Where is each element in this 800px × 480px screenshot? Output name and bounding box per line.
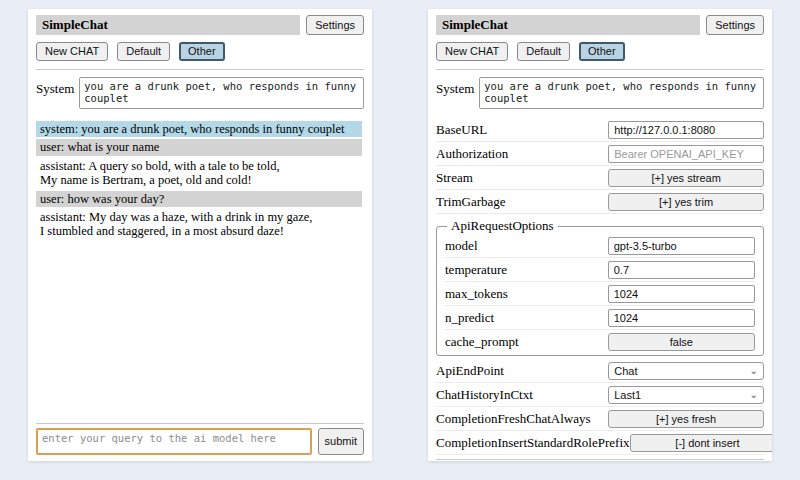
system-prompt-input[interactable]: you are a drunk poet, who responds in fu… [479,77,764,109]
apiendpoint-label: ApiEndPoint [436,363,608,379]
setting-row-n-predict: n_predict [445,306,755,330]
chat-panel: SimpleChat Settings New CHAT Default Oth… [28,9,372,461]
settings-panel: SimpleChat Settings New CHAT Default Oth… [428,9,772,461]
submit-button[interactable]: submit [318,428,364,455]
completioninsertstandardroleprefix-label: CompletionInsertStandardRolePrefix [436,435,630,451]
settings-button[interactable]: Settings [706,15,764,35]
n-predict-label: n_predict [445,310,608,326]
setting-row-completionfreshchatalways: CompletionFreshChatAlways [+] yes fresh [436,407,764,431]
completioninsertstandardroleprefix-toggle-button[interactable]: [-] dont insert [630,434,772,452]
chevron-down-icon: ⌄ [750,366,758,376]
session-other-button[interactable]: Other [179,42,225,61]
app-title: SimpleChat [436,15,700,35]
temperature-label: temperature [445,262,608,278]
cache-prompt-toggle-button[interactable]: false [608,333,755,351]
session-default-button[interactable]: Default [517,42,570,61]
system-label: System [36,77,74,97]
session-buttons: New CHAT Default Other [436,42,764,61]
divider [36,423,364,424]
setting-row-trimgarbage: TrimGarbage [+] yes trim [436,190,764,214]
header: SimpleChat Settings [36,15,364,35]
setting-row-stream: Stream [+] yes stream [436,166,764,190]
model-input[interactable] [608,237,755,255]
cache-prompt-label: cache_prompt [445,334,608,350]
header: SimpleChat Settings [436,15,764,35]
completionfreshchatalways-label: CompletionFreshChatAlways [436,411,608,427]
baseurl-input[interactable] [608,121,764,139]
divider [436,69,764,70]
query-section: submit [436,455,764,461]
trimgarbage-toggle-button[interactable]: [+] yes trim [608,193,764,211]
divider [436,459,764,460]
app-title: SimpleChat [36,15,300,35]
settings-list: BaseURL Authorization Stream [+] yes str… [436,118,764,455]
settings-button[interactable]: Settings [306,15,364,35]
system-label: System [436,77,474,97]
setting-row-max-tokens: max_tokens [445,282,755,306]
max-tokens-input[interactable] [608,285,755,303]
setting-row-model: model [445,234,755,258]
session-new-chat-button[interactable]: New CHAT [36,42,108,61]
setting-row-completioninsertstandardroleprefix: CompletionInsertStandardRolePrefix [-] d… [436,431,764,455]
chat-message-assistant: assistant: A query so bold, with a tale … [36,158,362,189]
api-request-options-legend: ApiRequestOptions [447,218,558,234]
setting-row-baseurl: BaseURL [436,118,764,142]
chat-messages: system: you are a drunk poet, who respon… [36,121,364,419]
chat-message-assistant: assistant: My day was a haze, with a dri… [36,209,362,240]
stream-toggle-button[interactable]: [+] yes stream [608,169,764,187]
setting-row-apiendpoint: ApiEndPoint Chat ⌄ [436,359,764,383]
chat-message-user: user: how was your day? [36,191,362,207]
system-prompt-input[interactable]: you are a drunk poet, who responds in fu… [79,77,364,109]
n-predict-input[interactable] [608,309,755,327]
session-default-button[interactable]: Default [117,42,170,61]
setting-row-temperature: temperature [445,258,755,282]
divider [36,69,364,70]
chat-message-system: system: you are a drunk poet, who respon… [36,121,362,137]
system-prompt-row: System you are a drunk poet, who respond… [436,77,764,109]
chathistoryinctxt-selected-value: Last1 [614,389,641,401]
authorization-label: Authorization [436,146,608,162]
temperature-input[interactable] [608,261,755,279]
completionfreshchatalways-toggle-button[interactable]: [+] yes fresh [608,410,764,428]
chathistoryinctxt-label: ChatHistoryInCtxt [436,387,608,403]
system-prompt-row: System you are a drunk poet, who respond… [36,77,364,109]
query-input[interactable] [36,428,312,455]
model-label: model [445,238,608,254]
stream-label: Stream [436,170,608,186]
trimgarbage-label: TrimGarbage [436,194,608,210]
authorization-input[interactable] [608,145,764,163]
session-new-chat-button[interactable]: New CHAT [436,42,508,61]
chat-message-user: user: what is your name [36,139,362,155]
baseurl-label: BaseURL [436,122,608,138]
max-tokens-label: max_tokens [445,286,608,302]
setting-row-cache-prompt: cache_prompt false [445,330,755,353]
setting-row-authorization: Authorization [436,142,764,166]
setting-row-chathistoryinctxt: ChatHistoryInCtxt Last1 ⌄ [436,383,764,407]
session-other-button[interactable]: Other [579,42,625,61]
api-request-options-fieldset: ApiRequestOptions model temperature max_… [436,218,764,356]
query-section: submit [36,419,364,455]
apiendpoint-select[interactable]: Chat ⌄ [608,362,764,380]
apiendpoint-selected-value: Chat [614,365,637,377]
chathistoryinctxt-select[interactable]: Last1 ⌄ [608,386,764,404]
chevron-down-icon: ⌄ [750,390,758,400]
session-buttons: New CHAT Default Other [36,42,364,61]
